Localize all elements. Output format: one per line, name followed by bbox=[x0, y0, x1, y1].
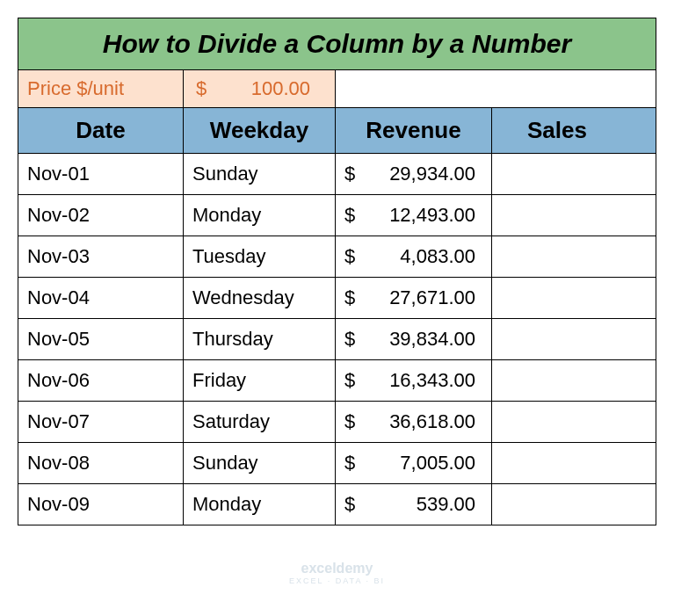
spreadsheet-table: How to Divide a Column by a Number Price… bbox=[18, 18, 656, 525]
header-revenue: Revenue bbox=[336, 108, 492, 153]
currency-symbol: $ bbox=[344, 410, 355, 433]
cell-date: Nov-08 bbox=[18, 443, 184, 483]
header-weekday: Weekday bbox=[184, 108, 336, 153]
table-row: Nov-03Tuesday$ 4,083.00 bbox=[18, 236, 656, 278]
title-row: How to Divide a Column by a Number bbox=[18, 18, 656, 70]
price-value-cell: $ 100.00 bbox=[184, 70, 336, 107]
cell-weekday: Sunday bbox=[184, 443, 336, 483]
table-row: Nov-07Saturday$36,618.00 bbox=[18, 402, 656, 443]
currency-symbol: $ bbox=[344, 328, 355, 351]
cell-date: Nov-06 bbox=[18, 360, 184, 401]
currency-symbol: $ bbox=[344, 286, 355, 309]
table-row: Nov-05Thursday$39,834.00 bbox=[18, 319, 656, 360]
price-row: Price $/unit $ 100.00 bbox=[18, 70, 656, 108]
cell-revenue: $ 4,083.00 bbox=[336, 236, 492, 277]
cell-date: Nov-09 bbox=[18, 484, 184, 525]
column-header-row: Date Weekday Revenue Sales bbox=[18, 108, 656, 154]
table-row: Nov-09Monday$ 539.00 bbox=[18, 484, 656, 525]
currency-symbol: $ bbox=[344, 369, 355, 392]
revenue-amount: 4,083.00 bbox=[357, 245, 482, 268]
cell-sales bbox=[492, 154, 622, 194]
cell-sales bbox=[492, 402, 622, 442]
table-row: Nov-04Wednesday$27,671.00 bbox=[18, 278, 656, 319]
table-row: Nov-06Friday$16,343.00 bbox=[18, 360, 656, 402]
cell-weekday: Friday bbox=[184, 360, 336, 401]
cell-date: Nov-01 bbox=[18, 154, 184, 194]
revenue-amount: 27,671.00 bbox=[357, 286, 482, 309]
cell-sales bbox=[492, 319, 622, 359]
header-date: Date bbox=[18, 108, 184, 153]
cell-revenue: $12,493.00 bbox=[336, 195, 492, 236]
cell-revenue: $27,671.00 bbox=[336, 278, 492, 318]
currency-symbol: $ bbox=[344, 245, 355, 268]
cell-weekday: Thursday bbox=[184, 319, 336, 359]
cell-revenue: $ 539.00 bbox=[336, 484, 492, 525]
revenue-amount: 29,934.00 bbox=[357, 163, 482, 185]
cell-weekday: Tuesday bbox=[184, 236, 336, 277]
price-empty-cell bbox=[336, 70, 656, 107]
table-row: Nov-02Monday$12,493.00 bbox=[18, 195, 656, 236]
currency-symbol: $ bbox=[344, 163, 355, 185]
cell-weekday: Monday bbox=[184, 484, 336, 525]
cell-sales bbox=[492, 278, 622, 318]
cell-revenue: $ 7,005.00 bbox=[336, 443, 492, 483]
cell-date: Nov-05 bbox=[18, 319, 184, 359]
revenue-amount: 39,834.00 bbox=[357, 328, 482, 351]
header-sales: Sales bbox=[492, 108, 622, 153]
cell-revenue: $29,934.00 bbox=[336, 154, 492, 194]
cell-revenue: $39,834.00 bbox=[336, 319, 492, 359]
cell-sales bbox=[492, 443, 622, 483]
page-title: How to Divide a Column by a Number bbox=[103, 29, 571, 58]
currency-symbol: $ bbox=[344, 204, 355, 227]
cell-date: Nov-02 bbox=[18, 195, 184, 236]
revenue-amount: 36,618.00 bbox=[357, 410, 482, 433]
revenue-amount: 539.00 bbox=[357, 493, 482, 516]
cell-weekday: Monday bbox=[184, 195, 336, 236]
cell-weekday: Wednesday bbox=[184, 278, 336, 318]
price-label-cell: Price $/unit bbox=[18, 70, 184, 107]
cell-date: Nov-07 bbox=[18, 402, 184, 442]
price-currency-symbol: $ bbox=[192, 77, 207, 100]
table-row: Nov-08Sunday$ 7,005.00 bbox=[18, 443, 656, 484]
table-row: Nov-01Sunday$29,934.00 bbox=[18, 154, 656, 195]
cell-revenue: $36,618.00 bbox=[336, 402, 492, 442]
cell-date: Nov-04 bbox=[18, 278, 184, 318]
cell-sales bbox=[492, 360, 622, 401]
price-amount: 100.00 bbox=[251, 77, 326, 100]
cell-revenue: $16,343.00 bbox=[336, 360, 492, 401]
cell-sales bbox=[492, 195, 622, 236]
cell-weekday: Saturday bbox=[184, 402, 336, 442]
currency-symbol: $ bbox=[344, 452, 355, 475]
currency-symbol: $ bbox=[344, 493, 355, 516]
cell-sales bbox=[492, 484, 622, 525]
data-body: Nov-01Sunday$29,934.00Nov-02Monday$12,49… bbox=[18, 154, 656, 525]
revenue-amount: 16,343.00 bbox=[357, 369, 482, 392]
revenue-amount: 12,493.00 bbox=[357, 204, 482, 227]
revenue-amount: 7,005.00 bbox=[357, 452, 482, 475]
cell-date: Nov-03 bbox=[18, 236, 184, 277]
cell-weekday: Sunday bbox=[184, 154, 336, 194]
cell-sales bbox=[492, 236, 622, 277]
